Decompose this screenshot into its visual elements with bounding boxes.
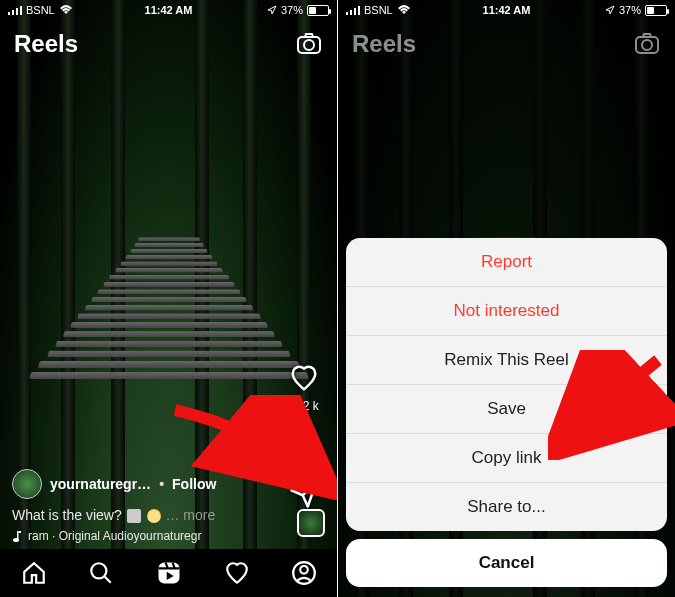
tab-reels[interactable] <box>155 559 183 587</box>
search-icon <box>88 560 114 586</box>
battery-icon <box>307 5 329 16</box>
sheet-item-report[interactable]: Report <box>346 238 667 287</box>
audio-thumbnail[interactable] <box>297 509 325 537</box>
like-count: 882 k <box>289 399 319 413</box>
heart-outline-icon <box>224 560 250 586</box>
svg-rect-3 <box>20 6 22 15</box>
audio-label: ram · Original Audioyournaturegr <box>28 529 201 543</box>
caption-more[interactable]: … more <box>165 507 215 523</box>
carrier-label: BSNL <box>26 4 55 16</box>
caption[interactable]: What is the view? … more <box>12 507 325 523</box>
svg-point-5 <box>304 40 314 50</box>
follow-button[interactable]: Follow <box>172 476 216 492</box>
reel-meta: yournaturegr… • Follow What is the view?… <box>12 469 325 543</box>
home-icon <box>21 560 47 586</box>
comment-icon <box>289 421 319 451</box>
svg-line-9 <box>104 576 111 583</box>
svg-rect-2 <box>16 8 18 15</box>
author-row[interactable]: yournaturegr… • Follow <box>12 469 325 499</box>
sheet-item-remix[interactable]: Remix This Reel <box>346 336 667 385</box>
comment-button[interactable]: 2,922 <box>289 421 319 471</box>
audio-row[interactable]: ram · Original Audioyournaturegr <box>12 529 325 543</box>
tab-profile[interactable] <box>291 560 317 586</box>
location-arrow-icon <box>267 5 277 15</box>
emoji-placeholder-icon <box>127 509 141 523</box>
battery-pct-label: 37% <box>281 4 303 16</box>
sheet-item-copy-link[interactable]: Copy link <box>346 434 667 483</box>
caption-text: What is the view? <box>12 507 122 523</box>
page-title: Reels <box>14 30 78 58</box>
sheet-item-share-to[interactable]: Share to... <box>346 483 667 531</box>
reels-header: Reels <box>0 24 337 64</box>
svg-rect-0 <box>8 12 10 15</box>
separator-dot: • <box>159 476 164 492</box>
tab-activity[interactable] <box>224 560 250 586</box>
relieved-face-emoji-icon <box>147 509 161 523</box>
tab-search[interactable] <box>88 560 114 586</box>
phone-left: BSNL 11:42 AM 37% Reels 882 k 2,922 ••• <box>0 0 337 597</box>
tab-bar <box>0 549 337 597</box>
action-sheet: Report Not interested Remix This Reel Sa… <box>346 238 667 587</box>
svg-rect-10 <box>158 563 179 584</box>
svg-point-7 <box>13 538 19 542</box>
reels-icon <box>155 559 183 587</box>
status-bar: BSNL 11:42 AM 37% <box>0 0 337 18</box>
action-sheet-group: Report Not interested Remix This Reel Sa… <box>346 238 667 531</box>
username-label[interactable]: yournaturegr… <box>50 476 151 492</box>
profile-icon <box>291 560 317 586</box>
avatar[interactable] <box>12 469 42 499</box>
like-button[interactable]: 882 k <box>289 363 319 413</box>
tab-home[interactable] <box>21 560 47 586</box>
signal-bars-icon <box>8 5 22 15</box>
sheet-item-not-interested[interactable]: Not interested <box>346 287 667 336</box>
sheet-item-save[interactable]: Save <box>346 385 667 434</box>
heart-icon <box>289 363 319 393</box>
wifi-icon <box>59 5 73 15</box>
svg-rect-1 <box>12 10 14 15</box>
audio-note-icon <box>12 530 22 542</box>
phone-right: BSNL 11:42 AM 37% Reels Report Not inter… <box>338 0 675 597</box>
svg-point-12 <box>300 566 308 574</box>
sheet-cancel-button[interactable]: Cancel <box>346 539 667 587</box>
svg-point-8 <box>91 563 106 578</box>
svg-rect-6 <box>17 531 19 539</box>
camera-icon[interactable] <box>295 30 323 58</box>
clock-label: 11:42 AM <box>115 4 222 16</box>
